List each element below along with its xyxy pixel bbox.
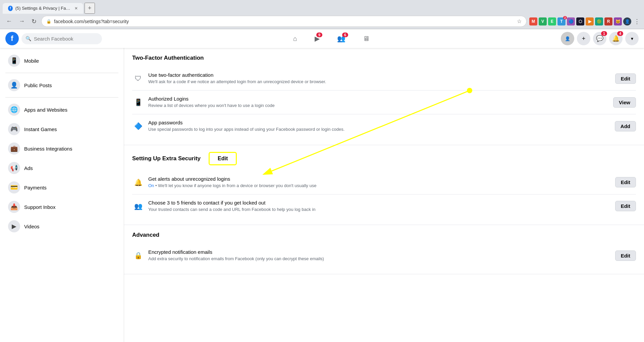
public-posts-icon: 👤 — [8, 79, 20, 91]
ext-icon-9[interactable]: R — [604, 17, 612, 25]
nav-bar: ← → ↻ 🔒 facebook.com/settings?tab=securi… — [0, 14, 644, 29]
sidebar-divider — [5, 73, 118, 73]
authorized-logins-view-button[interactable]: View — [613, 97, 636, 108]
sidebar-item-mobile[interactable]: 📱 Mobile — [3, 51, 121, 70]
messenger-badge: 1 — [601, 31, 607, 36]
ext-icon-5[interactable]: 🔵 — [567, 17, 575, 25]
two-factor-edit-button[interactable]: Edit — [615, 73, 636, 84]
tab-close-button[interactable]: ✕ — [74, 6, 78, 11]
account-menu-button[interactable]: ▾ — [625, 32, 639, 45]
nav-marketplace[interactable]: 🖥 — [355, 32, 378, 45]
two-factor-title: Two-Factor Authentication — [132, 55, 204, 61]
forward-button[interactable]: → — [17, 16, 27, 26]
search-input[interactable] — [34, 36, 98, 42]
fb-nav: ⌂ ▶ 9 👥 6 🖥 — [102, 32, 561, 45]
trusted-contacts-title: Choose 3 to 5 friends to contact if you … — [148, 200, 615, 206]
extra-security-section: Setting Up Extra Security Edit 🔔 Get ale… — [124, 145, 644, 225]
two-factor-icon: 🛡 — [132, 72, 144, 84]
extra-security-header-row: Setting Up Extra Security Edit — [132, 152, 636, 171]
new-tab-button[interactable]: + — [85, 3, 95, 14]
app-passwords-row: 🔷 App passwords Use special passwords to… — [132, 114, 636, 138]
sidebar-item-label: Ads — [24, 165, 33, 171]
nav-groups[interactable]: 👥 6 — [329, 32, 354, 45]
sidebar-item-business[interactable]: 💼 Business Integrations — [3, 139, 121, 158]
trusted-contacts-icon: 👥 — [132, 200, 144, 212]
watch-badge: 9 — [316, 33, 322, 37]
sidebar-item-label: Apps and Websites — [24, 107, 67, 113]
two-factor-row-title: Use two-factor authentication — [148, 72, 615, 78]
bookmark-icon[interactable]: ☆ — [517, 18, 522, 24]
encrypted-emails-edit-button[interactable]: Edit — [615, 250, 636, 261]
extra-security-title: Setting Up Extra Security — [132, 155, 201, 162]
sidebar-item-label: Payments — [24, 185, 47, 190]
back-button[interactable]: ← — [4, 16, 14, 26]
tab-favicon: f — [8, 6, 13, 11]
address-bar[interactable]: 🔒 facebook.com/settings?tab=security ☆ — [41, 16, 527, 27]
ext-icon-10[interactable]: 🐱 — [614, 17, 622, 25]
tab-bar: f (5) Settings & Privacy | Facebook ✕ + — [0, 0, 644, 14]
active-tab: f (5) Settings & Privacy | Facebook ✕ — [3, 3, 83, 14]
advanced-title: Advanced — [132, 232, 159, 238]
ext-icon-11[interactable]: 👤 — [623, 17, 631, 25]
ext-icon-2[interactable]: V — [539, 17, 547, 25]
alerts-icon: 🔔 — [132, 176, 144, 188]
two-factor-section: Two-Factor Authentication 🛡 Use two-fact… — [124, 48, 644, 145]
two-factor-info: Use two-factor authentication We'll ask … — [148, 72, 615, 85]
encrypted-emails-icon: 🔒 — [132, 249, 144, 262]
alerts-row: 🔔 Get alerts about unrecognized logins O… — [132, 171, 636, 194]
ext-icon-3[interactable]: E — [548, 17, 556, 25]
alerts-desc: On • We'll let you know if anyone logs i… — [148, 183, 615, 189]
sidebar-item-label: Business Integrations — [24, 146, 72, 152]
messenger-button[interactable]: 💬 1 — [593, 32, 606, 45]
lock-icon: 🔒 — [46, 19, 51, 24]
ext-icon-8[interactable]: 🟢 — [595, 17, 603, 25]
authorized-logins-info: Authorized Logins Review a list of devic… — [148, 96, 613, 109]
videos-icon: ▶ — [8, 220, 20, 232]
sidebar-item-ads[interactable]: 📢 Ads — [3, 159, 121, 177]
sidebar-item-support-inbox[interactable]: 📥 Support Inbox — [3, 197, 121, 216]
sidebar-item-payments[interactable]: 💳 Payments — [3, 178, 121, 197]
search-icon: 🔍 — [25, 36, 31, 41]
create-button[interactable]: + — [577, 32, 590, 45]
sidebar-divider-2 — [5, 97, 118, 98]
authorized-logins-desc: Review a list of devices where you won't… — [148, 103, 613, 109]
sidebar-item-videos[interactable]: ▶ Videos — [3, 217, 121, 236]
ext-icon-7[interactable]: ▶ — [586, 17, 594, 25]
browser-menu-button[interactable]: ⋮ — [634, 18, 640, 25]
ext-icon-4[interactable]: T 2 — [557, 17, 566, 25]
profile-avatar[interactable]: 👤 — [561, 32, 574, 45]
nav-home[interactable]: ⌂ — [285, 32, 305, 45]
advanced-header: Advanced — [132, 232, 636, 244]
payments-icon: 💳 — [8, 181, 20, 193]
encrypted-emails-desc: Add extra security to notification email… — [148, 256, 615, 262]
notifications-badge: 4 — [617, 31, 623, 36]
app-passwords-desc: Use special passwords to log into your a… — [148, 126, 615, 132]
encrypted-emails-title: Encrypted notification emails — [148, 249, 615, 255]
url-text: facebook.com/settings?tab=security — [54, 19, 514, 24]
ads-icon: 📢 — [8, 162, 20, 174]
two-factor-row: 🛡 Use two-factor authentication We'll as… — [132, 67, 636, 91]
alerts-info: Get alerts about unrecognized logins On … — [148, 176, 615, 189]
trusted-contacts-edit-button[interactable]: Edit — [615, 201, 636, 211]
sidebar-item-apps[interactable]: 🌐 Apps and Websites — [3, 100, 121, 119]
alerts-edit-button[interactable]: Edit — [615, 177, 636, 187]
alerts-title: Get alerts about unrecognized logins — [148, 176, 615, 182]
app-passwords-add-button[interactable]: Add — [615, 121, 636, 131]
groups-badge: 6 — [342, 33, 348, 37]
main-layout: 📱 Mobile 👤 Public Posts 🌐 Apps and Websi… — [0, 48, 644, 342]
sidebar-item-public-posts[interactable]: 👤 Public Posts — [3, 76, 121, 95]
ext-icon-1[interactable]: M — [529, 17, 537, 25]
refresh-button[interactable]: ↻ — [30, 16, 39, 26]
sidebar-item-instant-games[interactable]: 🎮 Instant Games — [3, 120, 121, 138]
extra-security-highlighted-edit-button[interactable]: Edit — [209, 152, 237, 165]
nav-watch[interactable]: ▶ 9 — [307, 32, 328, 45]
ext-icon-6[interactable]: ⬡ — [576, 17, 584, 25]
two-factor-header: Two-Factor Authentication — [132, 55, 636, 67]
search-bar[interactable]: 🔍 — [21, 33, 102, 44]
marketplace-icon: 🖥 — [363, 35, 370, 43]
trusted-contacts-row: 👥 Choose 3 to 5 friends to contact if yo… — [132, 194, 636, 218]
fb-header: f 🔍 ⌂ ▶ 9 👥 6 🖥 👤 + 💬 1 🔔 4 ▾ — [0, 29, 644, 48]
encrypted-emails-row: 🔒 Encrypted notification emails Add extr… — [132, 244, 636, 267]
notifications-button[interactable]: 🔔 4 — [609, 32, 623, 45]
authorized-logins-icon: 📱 — [132, 96, 144, 108]
